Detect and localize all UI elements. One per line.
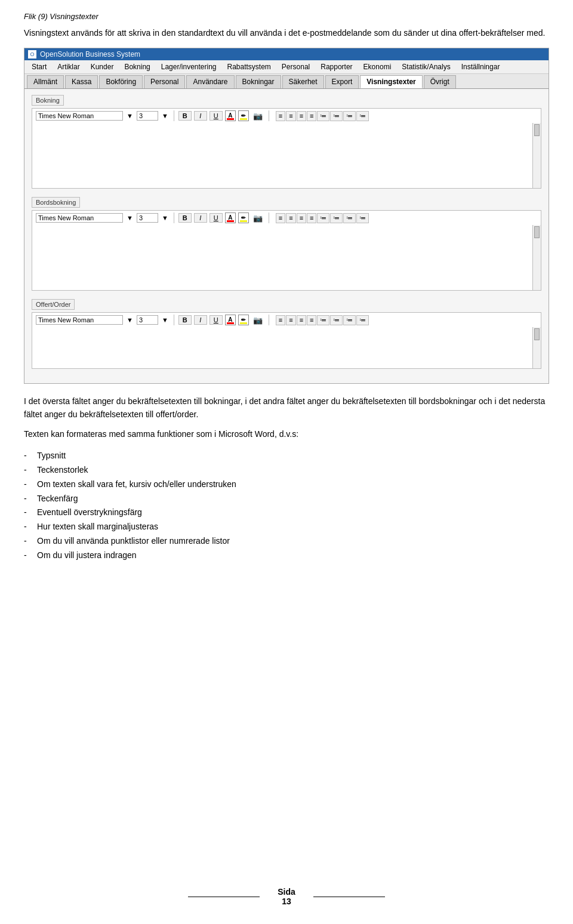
tab-bar: Allmänt Kassa Bokföring Personal Använda… [24, 74, 549, 89]
highlight-button-bokning[interactable]: ✏ [238, 110, 249, 121]
menu-start[interactable]: Start [27, 61, 51, 72]
app-icon: O [28, 50, 36, 58]
italic-button-offert[interactable]: I [194, 315, 207, 325]
align-left-bordsbokning[interactable]: ≡ [276, 213, 285, 223]
menu-rabatt[interactable]: Rabattsystem [223, 61, 276, 72]
footer-page-number: 13 [278, 897, 295, 906]
tab-kassa[interactable]: Kassa [65, 75, 98, 88]
font-color-button-offert[interactable]: A [225, 315, 236, 325]
font-size-bordsbokning[interactable] [137, 213, 158, 223]
list-bullet-bordsbokning[interactable]: ≔ [317, 213, 329, 223]
list-dash: - [24, 492, 31, 506]
arrow-icon-size-offert: ▼ [161, 316, 170, 324]
menu-lager[interactable]: Lager/inventering [156, 61, 221, 72]
indent-increase-bokning[interactable]: ≔ [356, 111, 369, 121]
indent-decrease-offert[interactable]: ≔ [343, 315, 356, 325]
align-center-offert[interactable]: ≡ [286, 315, 295, 325]
tab-anvandare[interactable]: Användare [186, 75, 234, 88]
list-item: - Om du vill justera indragen [24, 549, 549, 563]
tab-bokforing[interactable]: Bokföring [99, 75, 143, 88]
textarea-offert[interactable] [32, 327, 541, 369]
menu-statistik[interactable]: Statistik/Analys [397, 61, 455, 72]
scrollbar-bordsbokning[interactable] [532, 225, 541, 290]
align-right-bokning[interactable]: ≡ [297, 111, 306, 121]
tab-ovrigt[interactable]: Övrigt [424, 75, 456, 88]
align-buttons-offert: ≡ ≡ ≡ ≡ ≔ ≔ ≔ ≔ [276, 315, 369, 325]
textarea-bokning[interactable] [32, 123, 541, 189]
highlight-button-offert[interactable]: ✏ [238, 315, 249, 325]
menu-personal[interactable]: Personal [277, 61, 315, 72]
menu-kunder[interactable]: Kunder [86, 61, 119, 72]
list-item: - Teckenstorlek [24, 463, 549, 478]
list-bullet-bokning[interactable]: ≔ [317, 111, 329, 121]
font-color-button-bordsbokning[interactable]: A [225, 212, 236, 223]
arrow-icon-bordsbokning: ▼ [125, 214, 134, 221]
menu-artiklar[interactable]: Artiklar [53, 61, 84, 72]
list-item: - Hur texten skall marginaljusteras [24, 520, 549, 534]
font-size-bokning[interactable] [137, 111, 158, 121]
tab-sakerhet[interactable]: Säkerhet [282, 75, 324, 88]
scrollbar-offert[interactable] [532, 327, 541, 368]
italic-button-bordsbokning[interactable]: I [194, 213, 207, 223]
tab-allmant[interactable]: Allmänt [27, 75, 64, 88]
tab-visningstexter[interactable]: Visningstexter [360, 75, 422, 88]
underline-button-bokning[interactable]: U [210, 111, 223, 121]
bold-button-offert[interactable]: B [178, 315, 192, 325]
align-right-bordsbokning[interactable]: ≡ [297, 213, 306, 223]
flik-title: Flik (9) Visningstexter [24, 12, 98, 21]
scrollbar-thumb-bordsbokning[interactable] [534, 226, 540, 238]
list-item: - Teckenfärg [24, 492, 549, 506]
font-size-offert[interactable] [137, 315, 158, 325]
tab-personal[interactable]: Personal [144, 75, 185, 88]
scrollbar-thumb-offert[interactable] [534, 328, 540, 340]
font-select-bokning[interactable] [36, 111, 123, 121]
scrollbar-thumb-bokning[interactable] [534, 124, 540, 136]
indent-decrease-bokning[interactable]: ≔ [343, 111, 356, 121]
indent-increase-offert[interactable]: ≔ [356, 315, 369, 325]
app-title: OpenSolution Business System [40, 50, 140, 58]
underline-button-bordsbokning[interactable]: U [210, 213, 223, 223]
align-left-offert[interactable]: ≡ [276, 315, 285, 325]
font-select-offert[interactable] [36, 315, 123, 325]
align-justify-offert[interactable]: ≡ [307, 315, 316, 325]
indent-increase-bordsbokning[interactable]: ≔ [356, 213, 369, 223]
menu-installningar[interactable]: Inställningar [457, 61, 505, 72]
app-titlebar: O OpenSolution Business System [24, 48, 549, 60]
align-left-bokning[interactable]: ≡ [276, 111, 285, 121]
indent-decrease-bordsbokning[interactable]: ≔ [343, 213, 356, 223]
list-num-bokning[interactable]: ≔ [330, 111, 343, 121]
list-num-bordsbokning[interactable]: ≔ [330, 213, 343, 223]
font-select-bordsbokning[interactable] [36, 213, 123, 223]
menu-bar: Start Artiklar Kunder Bokning Lager/inve… [24, 60, 549, 74]
list-num-offert[interactable]: ≔ [330, 315, 343, 325]
align-buttons-bordsbokning: ≡ ≡ ≡ ≡ ≔ ≔ ≔ ≔ [276, 213, 369, 223]
align-justify-bordsbokning[interactable]: ≡ [307, 213, 316, 223]
italic-button-bokning[interactable]: I [194, 111, 207, 121]
textarea-bordsbokning[interactable] [32, 225, 541, 291]
list-item-text: Teckenfärg [37, 492, 78, 506]
align-center-bokning[interactable]: ≡ [286, 111, 295, 121]
footer-text: Sida 13 [278, 887, 295, 906]
camera-button-bordsbokning[interactable]: 📷 [251, 213, 264, 223]
list-bullet-offert[interactable]: ≔ [317, 315, 329, 325]
highlight-button-bordsbokning[interactable]: ✏ [238, 212, 249, 223]
bold-button-bordsbokning[interactable]: B [178, 213, 192, 223]
toolbar-bokning: ▼ ▼ B I U A ✏ 📷 ≡ ≡ ≡ ≡ ≔ ≔ ≔ [32, 108, 541, 123]
camera-button-offert[interactable]: 📷 [251, 315, 264, 325]
font-color-button-bokning[interactable]: A [225, 110, 236, 121]
menu-ekonomi[interactable]: Ekonomi [359, 61, 396, 72]
menu-rapporter[interactable]: Rapporter [316, 61, 357, 72]
list-item: - Om texten skall vara fet, kursiv och/e… [24, 478, 549, 492]
camera-button-bokning[interactable]: 📷 [251, 111, 264, 121]
align-justify-bokning[interactable]: ≡ [307, 111, 316, 121]
list-item-text: Typsnitt [37, 449, 66, 463]
tab-export[interactable]: Export [325, 75, 359, 88]
toolbar-bordsbokning: ▼ ▼ B I U A ✏ 📷 ≡ ≡ ≡ ≡ ≔ ≔ ≔ [32, 210, 541, 225]
underline-button-offert[interactable]: U [210, 315, 223, 325]
tab-bokningar[interactable]: Bokningar [236, 75, 281, 88]
scrollbar-bokning[interactable] [532, 123, 541, 188]
menu-bokning[interactable]: Bokning [119, 61, 155, 72]
align-right-offert[interactable]: ≡ [297, 315, 306, 325]
bold-button-bokning[interactable]: B [178, 111, 192, 121]
align-center-bordsbokning[interactable]: ≡ [286, 213, 295, 223]
